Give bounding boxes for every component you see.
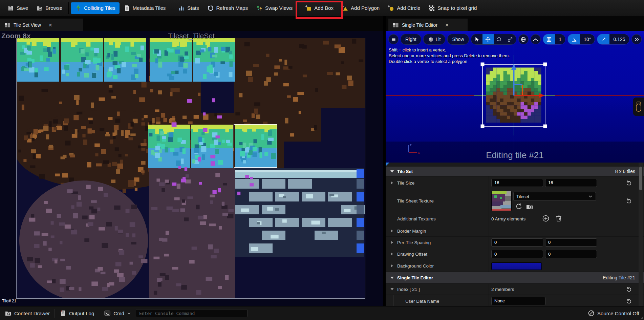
- toolbar-add-box[interactable]: Add Box: [301, 2, 338, 14]
- browse-to-asset-icon[interactable]: [526, 203, 533, 210]
- collapse-icon[interactable]: [390, 288, 394, 291]
- details-scrollbar[interactable]: [639, 163, 643, 306]
- revert-icon[interactable]: [625, 197, 633, 205]
- row-user-data-name: User Data Name: [386, 295, 644, 306]
- vertex-handle[interactable]: [543, 63, 547, 66]
- spacing-x-input[interactable]: [491, 238, 543, 247]
- texture-thumbnail[interactable]: [491, 191, 512, 211]
- expand-icon[interactable]: [391, 181, 393, 185]
- row-background-color: Background Color: [386, 260, 644, 272]
- resize-grip[interactable]: [640, 316, 643, 319]
- toolbar-snap-to-pixel-grid[interactable]: Snap to pixel grid: [424, 2, 481, 14]
- camera-mode-button[interactable]: Right: [401, 34, 421, 45]
- toolbar-label: Stats: [187, 5, 199, 11]
- add-element-icon[interactable]: [542, 215, 550, 222]
- user-data-name-input[interactable]: [491, 297, 545, 305]
- toolbar-add-circle[interactable]: Add Circle: [384, 2, 424, 14]
- save-icon: [7, 5, 14, 12]
- tileset-viewport[interactable]: Zoom 8x Tileset_TileSet Tile# 21: [0, 31, 383, 306]
- toolbar-swap-views[interactable]: Swap Views: [252, 2, 297, 14]
- toolbar-metadata-tiles[interactable]: Metadata Tiles: [120, 2, 170, 14]
- scale-snap-value[interactable]: 0.125: [609, 34, 629, 44]
- close-icon[interactable]: ✕: [445, 22, 449, 28]
- tab-tile-set-view[interactable]: Tile Set View ✕: [0, 19, 83, 31]
- viewport-menu-button[interactable]: [388, 34, 399, 44]
- texture-dropdown[interactable]: Tileset: [513, 192, 596, 201]
- chevron-down-icon: [127, 311, 131, 315]
- expand-icon[interactable]: [391, 264, 393, 268]
- vertex-handle[interactable]: [543, 125, 547, 128]
- offset-y-input[interactable]: [545, 250, 597, 258]
- scale-tool-button[interactable]: [505, 34, 516, 44]
- spacing-y-input[interactable]: [545, 238, 597, 247]
- array-elements-count: 0 Array elements: [491, 216, 525, 221]
- toolbar-refresh-maps[interactable]: Refresh Maps: [203, 2, 252, 14]
- selected-tile-outline[interactable]: [234, 124, 277, 168]
- toolbar-label: Add Polygon: [351, 5, 380, 11]
- section-header-tile-set[interactable]: Tile Set 8 x 6 tiles: [386, 167, 644, 176]
- expand-icon[interactable]: [391, 241, 393, 244]
- tile-size-y-input[interactable]: [545, 179, 597, 187]
- use-selected-asset-icon[interactable]: [515, 203, 522, 210]
- gizmo-x-arrowhead[interactable]: [539, 93, 545, 98]
- content-drawer-button[interactable]: Content Drawer: [0, 310, 55, 317]
- toolbar-colliding-tiles[interactable]: Colliding Tiles: [71, 2, 120, 14]
- color-swatch[interactable]: [491, 262, 542, 270]
- toolbar-label: Add Box: [314, 5, 334, 11]
- close-icon[interactable]: ✕: [48, 22, 52, 28]
- tile-index-status: Tile# 21: [2, 299, 16, 303]
- rotation-snap-value[interactable]: 10°: [580, 34, 595, 44]
- toolbar-save[interactable]: Save: [3, 2, 32, 14]
- lit-mode-button[interactable]: Lit: [423, 34, 446, 45]
- surface-snap-icon[interactable]: [531, 34, 541, 44]
- toolbar-label: Refresh Maps: [216, 5, 248, 11]
- toolbar-browse[interactable]: Browse: [32, 2, 66, 14]
- chevron-down-icon: [390, 277, 394, 279]
- transform-tool-group: [471, 34, 516, 45]
- tab-single-tile-editor[interactable]: Single Tile Editor ✕: [388, 19, 468, 31]
- console-command-input[interactable]: [136, 309, 248, 317]
- row-index: Index [ 21 ] 2 members: [386, 284, 644, 295]
- refresh-maps-icon: [207, 5, 214, 12]
- world-space-icon[interactable]: [518, 34, 529, 44]
- clear-array-icon[interactable]: [555, 215, 562, 222]
- scrollbar-thumb[interactable]: [639, 167, 642, 190]
- revert-icon[interactable]: [625, 179, 633, 187]
- right-tabbar: Single Tile Editor ✕: [386, 16, 644, 31]
- tileset-texture[interactable]: [17, 38, 365, 298]
- revert-icon[interactable]: [625, 297, 633, 305]
- panel-divider[interactable]: [383, 16, 386, 306]
- revert-icon[interactable]: [625, 285, 633, 293]
- output-log-button[interactable]: Output Log: [55, 310, 99, 317]
- status-bar: Content Drawer Output Log Cmd Source Con…: [0, 306, 644, 320]
- source-control-button[interactable]: Source Control Off: [583, 310, 644, 317]
- metadata-tiles-icon: [124, 5, 130, 12]
- select-tool-button[interactable]: [471, 34, 482, 44]
- grid-snap-toggle[interactable]: 1: [543, 34, 566, 45]
- rotation-snap-toggle[interactable]: 10°: [567, 34, 595, 45]
- rotate-tool-button[interactable]: [494, 34, 505, 44]
- move-tool-button[interactable]: [482, 34, 494, 44]
- scale-snap-toggle[interactable]: 0.125: [597, 34, 629, 45]
- slash-circle-icon: [588, 310, 595, 317]
- grid-snap-value[interactable]: 1: [555, 34, 565, 44]
- panel-corner-marker: [386, 163, 389, 166]
- toolbar-stats[interactable]: Stats: [174, 2, 203, 14]
- vertex-handle[interactable]: [481, 125, 485, 128]
- expand-icon[interactable]: [391, 252, 393, 256]
- editing-tile-summary: Editing Tile #21: [603, 275, 635, 280]
- single-tile-viewport[interactable]: Z X Right Lit Show: [386, 31, 644, 163]
- toolbar-overflow-button[interactable]: [631, 34, 642, 44]
- expand-icon[interactable]: [391, 229, 393, 233]
- show-menu-button[interactable]: Show: [447, 34, 469, 45]
- lit-mode-label: Lit: [436, 37, 441, 42]
- section-header-single-tile-editor[interactable]: Single Tile Editor Editing Tile #21: [386, 272, 644, 284]
- show-menu-label: Show: [452, 37, 464, 42]
- tile-size-x-input[interactable]: [491, 179, 543, 187]
- row-per-tile-spacing: Per-Tile Spacing: [386, 237, 644, 248]
- offset-x-input[interactable]: [491, 250, 543, 258]
- browse-icon: [36, 5, 43, 12]
- cmd-dropdown[interactable]: Cmd: [99, 310, 136, 317]
- tab-grid-icon: [392, 22, 399, 28]
- toolbar-add-polygon[interactable]: Add Polygon: [338, 2, 384, 14]
